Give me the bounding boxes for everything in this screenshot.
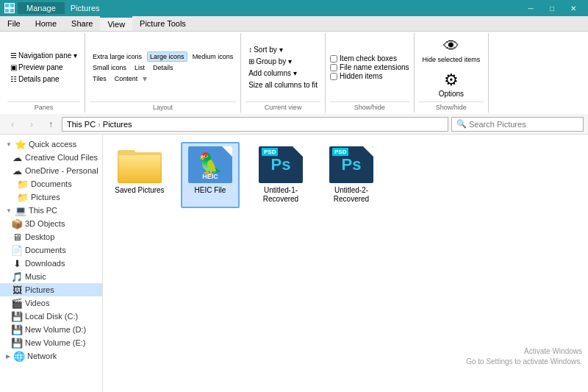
show-hide-content: Item check boxes File name extensions Hi… (330, 35, 409, 100)
preview-pane-btn[interactable]: ▣ Preview pane (7, 62, 80, 73)
preview-icon: ▣ (10, 63, 17, 71)
psd-badge-2: PSD (332, 148, 348, 156)
sidebar-item-this-pc[interactable]: ▼ 💻 This PC (0, 204, 102, 217)
tab-share[interactable]: Share (64, 16, 100, 31)
size-columns-btn[interactable]: Size all columns to fit (245, 79, 320, 90)
activate-windows-text: Activate Windows Go to Settings to activ… (466, 346, 582, 367)
search-bar[interactable]: 🔍 (451, 117, 584, 132)
nav-pane-icon: ☰ (10, 51, 17, 60)
address-bar[interactable]: This PC › Pictures (62, 117, 448, 132)
panes-label: Panes (7, 101, 80, 111)
sidebar-item-pictures-od[interactable]: 📁 Pictures (0, 190, 102, 204)
path-sep: › (98, 120, 101, 129)
file-item-heic[interactable]: 🦜 HEIC HEIC File (181, 142, 240, 208)
sidebar-item-new-volume-e[interactable]: 💾 New Volume (E:) (0, 336, 102, 349)
sort-by-btn[interactable]: ↕ Sort by ▾ (245, 44, 320, 55)
sidebar-item-downloads[interactable]: ⬇ Downloads (0, 257, 102, 270)
content-btn[interactable]: Content (112, 74, 141, 84)
sidebar-item-new-volume-d[interactable]: 💾 New Volume (D:) (0, 323, 102, 336)
large-icons-btn[interactable]: Large icons (147, 51, 187, 62)
details-btn[interactable]: Details (150, 63, 176, 73)
tab-picture-tools[interactable]: Picture Tools (132, 16, 193, 31)
music-icon: 🎵 (12, 271, 22, 282)
psd-badge-1: PSD (262, 148, 278, 156)
search-input[interactable] (469, 120, 578, 129)
file-item-untitled-2[interactable]: PSD Ps Untitled-2-Recovered (322, 142, 381, 208)
file-name-untitled-2: Untitled-2-Recovered (326, 186, 376, 204)
options-btn[interactable]: ⚙ Options (435, 68, 467, 100)
file-name-ext-cb[interactable]: File name extensions (330, 63, 409, 71)
folder-body (118, 152, 162, 183)
hidden-items-input[interactable] (330, 73, 337, 80)
this-pc-icon: 💻 (15, 205, 26, 215)
sort-icon: ↕ (248, 46, 252, 54)
sidebar-item-local-disk-c[interactable]: 💾 Local Disk (C:) (0, 310, 102, 323)
psd-icon-2: PSD Ps (329, 146, 373, 183)
item-check-boxes-cb[interactable]: Item check boxes (330, 54, 409, 63)
up-button[interactable]: ↑ (43, 116, 59, 132)
sidebar-item-creative-cloud[interactable]: ☁ Creative Cloud Files (0, 151, 102, 164)
ribbon-group-hide-options: 👁 Hide selected items ⚙ Options Show/hid… (415, 33, 490, 113)
sidebar-item-documents-pc[interactable]: 📄 Documents (0, 243, 102, 257)
file-item-untitled-1[interactable]: PSD Ps Untitled-1-Recovered (251, 142, 310, 208)
ribbon-group-current-view: ↕ Sort by ▾ ⊞ Group by ▾ Add columns ▾ S… (241, 33, 326, 113)
hide-selected-btn[interactable]: 👁 Hide selected items (419, 35, 484, 65)
tab-home[interactable]: Home (28, 16, 64, 31)
add-columns-btn[interactable]: Add columns ▾ (245, 68, 320, 79)
extra-large-icons-btn[interactable]: Extra large icons (90, 51, 145, 62)
pics-od-icon: 📁 (18, 192, 28, 202)
panes-buttons: ☰ Navigation pane ▾ ▣ Preview pane ☷ Det… (7, 35, 80, 100)
docs-od-icon: 📁 (18, 179, 28, 189)
close-button[interactable]: ✕ (563, 1, 584, 15)
window-controls: ─ □ ✕ (520, 1, 584, 15)
current-view-label: Current view (245, 101, 320, 111)
file-name-ext-input[interactable] (330, 64, 337, 71)
path-segment-0: This PC (67, 120, 96, 129)
current-view-content: ↕ Sort by ▾ ⊞ Group by ▾ Add columns ▾ S… (245, 35, 320, 100)
sidebar-item-onedrive[interactable]: ☁ OneDrive - Personal (0, 164, 102, 177)
ribbon-content: ☰ Navigation pane ▾ ▣ Preview pane ☷ Det… (0, 32, 588, 114)
group-by-btn[interactable]: ⊞ Group by ▾ (245, 56, 320, 67)
tab-file[interactable]: File (0, 16, 28, 31)
layout-label: Layout (90, 101, 236, 111)
ps-logo-2: Ps (342, 155, 362, 174)
minimize-button[interactable]: ─ (520, 1, 541, 15)
sidebar-item-videos[interactable]: 🎬 Videos (0, 296, 102, 310)
tab-view[interactable]: View (100, 16, 132, 31)
onedrive-icon: ☁ (12, 165, 22, 176)
back-button[interactable]: ‹ (4, 116, 21, 132)
layout-more-btn[interactable]: ▾ (143, 74, 147, 84)
item-check-boxes-input[interactable] (330, 55, 337, 63)
sidebar-item-quick-access[interactable]: ▼ ⭐ Quick access (0, 138, 102, 151)
sidebar-item-pictures-pc[interactable]: 🖼 Pictures (0, 283, 102, 296)
list-btn[interactable]: List (132, 63, 148, 73)
creative-cloud-icon: ☁ (12, 152, 22, 163)
file-item-saved-pictures[interactable]: Saved Pictures (110, 142, 169, 208)
pictures-icon: 🖼 (12, 285, 22, 295)
tab-pictures: Pictures (65, 2, 106, 14)
forward-button[interactable]: › (24, 116, 40, 132)
sidebar-item-network[interactable]: ▶ 🌐 Network (0, 349, 102, 363)
navigation-pane-btn[interactable]: ☰ Navigation pane ▾ (7, 50, 80, 61)
tab-manage[interactable]: Manage (18, 2, 65, 14)
svg-rect-0 (5, 4, 9, 7)
layout-row-1: Extra large icons Large icons Medium ico… (90, 51, 236, 62)
bird-icon: 🦜 (198, 152, 223, 176)
maximize-button[interactable]: □ (542, 1, 562, 15)
folder-inner (119, 155, 160, 182)
sidebar-item-3d-objects[interactable]: 📦 3D Objects (0, 217, 102, 230)
tiles-btn[interactable]: Tiles (90, 74, 110, 84)
path-segment-1: Pictures (103, 120, 132, 129)
sidebar-item-documents-od[interactable]: 📁 Documents (0, 177, 102, 190)
details-pane-btn[interactable]: ☷ Details pane (7, 74, 80, 85)
hidden-items-cb[interactable]: Hidden items (330, 72, 409, 80)
file-name-saved-pictures: Saved Pictures (115, 186, 164, 195)
sidebar-item-music[interactable]: 🎵 Music (0, 270, 102, 283)
file-grid: Saved Pictures 🦜 HEIC HEIC File PSD Ps (110, 142, 581, 208)
sidebar-item-desktop[interactable]: 🖥 Desktop (0, 230, 102, 243)
sh-inline: Item check boxes File name extensions Hi… (330, 54, 409, 80)
ribbon-group-layout: Extra large icons Large icons Medium ico… (85, 33, 241, 113)
small-icons-btn[interactable]: Small icons (90, 63, 129, 73)
medium-icons-btn[interactable]: Medium icons (190, 51, 237, 62)
disk-d-icon: 💾 (12, 324, 22, 335)
